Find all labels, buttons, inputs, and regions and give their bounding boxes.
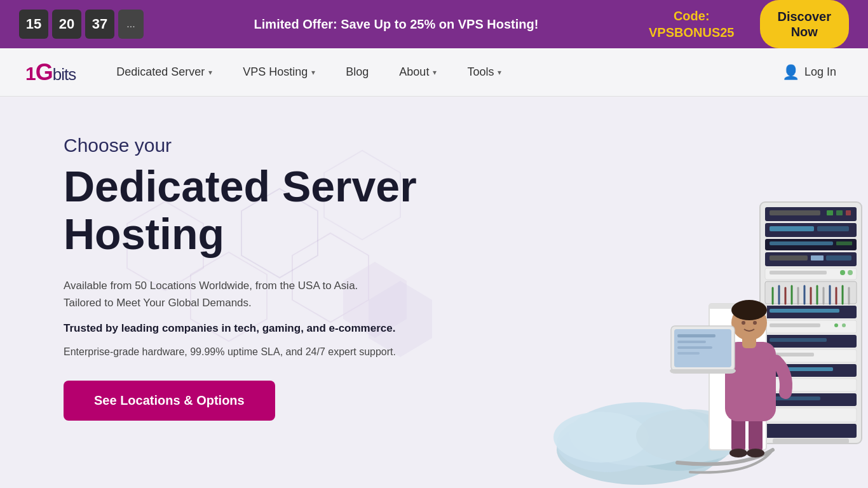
svg-rect-28 — [826, 255, 851, 261]
logo-bits: bits — [53, 65, 76, 85]
hero-title-line2: Hosting — [64, 210, 224, 258]
banner-code: Code: VPSBONUS25 — [649, 8, 735, 41]
nav-links: Dedicated Server ▾ VPS Hosting ▾ Blog Ab… — [101, 48, 776, 97]
nav-label-vps-hosting: VPS Hosting — [243, 65, 308, 79]
svg-rect-59 — [765, 379, 857, 391]
svg-rect-18 — [846, 210, 851, 215]
chevron-down-icon: ▾ — [498, 68, 501, 77]
hero-sla: Enterprise-grade hardware, 99.99% uptime… — [64, 346, 445, 358]
svg-point-52 — [842, 323, 846, 327]
logo-one: 1 — [25, 63, 36, 85]
svg-rect-24 — [836, 241, 852, 245]
nav-item-blog[interactable]: Blog — [330, 48, 384, 97]
svg-point-51 — [834, 323, 838, 327]
banner-code-value: VPSBONUS25 — [649, 24, 735, 41]
svg-rect-21 — [817, 226, 849, 231]
nav-item-dedicated-server[interactable]: Dedicated Server ▾ — [101, 48, 227, 97]
svg-point-11 — [553, 412, 649, 463]
hero-content: Choose your Dedicated Server Hosting Ava… — [64, 135, 445, 463]
svg-rect-15 — [770, 210, 820, 215]
svg-point-70 — [747, 449, 764, 458]
nav-item-vps-hosting[interactable]: VPS Hosting ▾ — [227, 48, 330, 97]
svg-rect-16 — [827, 210, 833, 215]
svg-rect-54 — [770, 338, 827, 342]
svg-rect-64 — [773, 438, 849, 444]
nav-label-dedicated-server: Dedicated Server — [116, 65, 205, 79]
svg-rect-17 — [836, 210, 843, 215]
svg-rect-23 — [770, 241, 833, 245]
nav-label-tools: Tools — [467, 65, 494, 79]
nav-item-tools[interactable]: Tools ▾ — [452, 48, 517, 97]
chevron-down-icon: ▾ — [433, 68, 437, 77]
svg-point-75 — [742, 321, 745, 325]
svg-rect-27 — [811, 255, 824, 261]
login-label: Log In — [804, 65, 836, 79]
svg-rect-82 — [677, 352, 700, 355]
svg-rect-61 — [770, 396, 820, 400]
svg-point-31 — [840, 270, 845, 275]
svg-rect-48 — [770, 309, 839, 313]
hero-subtitle: Choose your — [64, 135, 445, 156]
nav-label-blog: Blog — [346, 65, 369, 79]
svg-rect-81 — [677, 346, 712, 349]
svg-rect-62 — [765, 408, 857, 422]
countdown-seconds: 37 — [85, 10, 114, 39]
promo-banner: 15 20 37 ... Limited Offer: Save Up to 2… — [0, 0, 868, 48]
hero-illustration — [499, 119, 868, 488]
countdown-hours: 15 — [19, 10, 48, 39]
main-navbar: 1Gbits Dedicated Server ▾ VPS Hosting ▾ … — [0, 48, 868, 97]
svg-point-69 — [729, 449, 747, 458]
countdown-timer: 15 20 37 ... — [19, 10, 144, 39]
svg-rect-26 — [770, 255, 808, 261]
user-icon: 👤 — [782, 64, 799, 81]
hero-description: Available from 50 Locations Worldwide, f… — [64, 277, 394, 311]
nav-label-about: About — [399, 65, 429, 79]
banner-offer-text: Limited Offer: Save Up to 25% on VPS Hos… — [156, 16, 636, 32]
hero-title-line1: Dedicated Server — [64, 162, 417, 210]
countdown-dots: ... — [118, 10, 144, 39]
chevron-down-icon: ▾ — [208, 68, 212, 77]
svg-rect-79 — [677, 334, 715, 337]
site-logo[interactable]: 1Gbits — [25, 59, 76, 86]
login-button[interactable]: 👤 Log In — [776, 64, 843, 81]
discover-now-button[interactable]: DiscoverNow — [760, 0, 850, 48]
svg-point-74 — [731, 300, 767, 320]
chevron-down-icon: ▾ — [311, 68, 315, 77]
svg-rect-20 — [770, 226, 814, 231]
hero-section: Choose your Dedicated Server Hosting Ava… — [0, 97, 868, 488]
svg-rect-30 — [770, 271, 827, 274]
cta-label: See Locations & Options — [94, 393, 245, 407]
svg-rect-63 — [765, 424, 857, 438]
svg-point-76 — [753, 321, 757, 325]
logo-g: G — [36, 59, 53, 86]
hero-trusted: Trusted by leading companies in tech, ga… — [64, 320, 445, 337]
countdown-minutes: 20 — [52, 10, 81, 39]
svg-point-32 — [848, 270, 853, 275]
svg-rect-80 — [677, 341, 706, 343]
cta-button[interactable]: See Locations & Options — [64, 381, 275, 421]
nav-item-about[interactable]: About ▾ — [384, 48, 452, 97]
svg-rect-50 — [770, 323, 820, 327]
banner-code-label: Code: — [649, 8, 735, 24]
hero-title: Dedicated Server Hosting — [64, 163, 445, 258]
